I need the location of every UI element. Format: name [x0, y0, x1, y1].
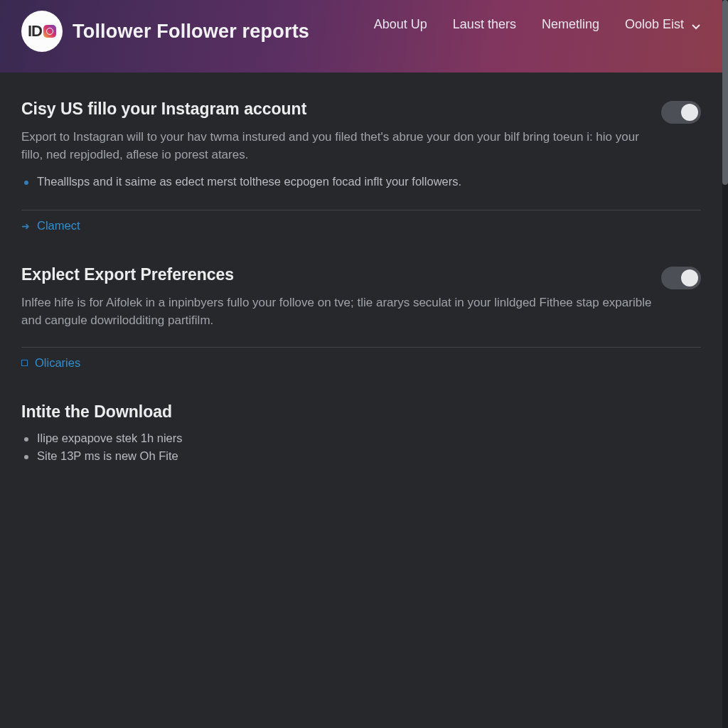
section-title: Explect Export Preferences — [21, 265, 661, 284]
instagram-icon — [43, 25, 56, 38]
arrow-icon: ➜ — [21, 220, 30, 232]
connect-link[interactable]: Clamect — [37, 219, 80, 232]
section-export-preferences: Explect Export Preferences Inlfee hife i… — [21, 265, 701, 369]
olicaries-link[interactable]: Olicaries — [35, 356, 80, 370]
nav-item-oolob[interactable]: Oolob Eist — [625, 17, 701, 32]
section-body: Export to Instagran will to your hav twm… — [21, 129, 661, 164]
toggle-export-prefs[interactable] — [661, 267, 701, 289]
nav-item-label: Oolob Eist — [625, 17, 684, 32]
logo-letters: ID — [28, 22, 42, 41]
chevron-down-icon — [691, 20, 701, 30]
divider — [21, 347, 701, 348]
bullet-icon — [24, 181, 28, 185]
section-title: Cisy US fillo your Instagram account — [21, 100, 661, 119]
nav-item-about[interactable]: About Up — [374, 17, 427, 32]
top-nav: About Up Laust thers Nemetling Oolob Eis… — [374, 17, 701, 32]
link-row: Olicaries — [21, 356, 701, 370]
nav-item-nemetling[interactable]: Nemetling — [542, 17, 599, 32]
header-banner: ID Tollower Follower reports About Up La… — [0, 0, 722, 73]
square-icon — [21, 360, 28, 366]
bullet-icon — [24, 455, 28, 459]
section-body: Inlfee hife is for Aifolek in a inpinbye… — [21, 294, 661, 329]
app-title: Tollower Follower reports — [73, 21, 309, 43]
bullet-icon — [24, 437, 28, 441]
scrollbar-thumb[interactable] — [722, 0, 728, 185]
scrollbar-track[interactable] — [722, 0, 728, 728]
main-content: Cisy US fillo your Instagram account Exp… — [0, 73, 722, 505]
list-item: Thealllsps and it saime as edect merst t… — [24, 175, 661, 188]
divider — [21, 210, 701, 210]
link-row: ➜ Clamect — [21, 219, 701, 232]
list-item: Site 13P ms is new Oh Fite — [24, 449, 701, 463]
section-connect-account: Cisy US fillo your Instagram account Exp… — [21, 100, 701, 232]
bullet-text: Ilipe expapove stek 1h niers — [37, 432, 183, 445]
app-logo: ID — [21, 11, 63, 52]
bullet-text: Site 13P ms is new Oh Fite — [37, 449, 178, 463]
section-title: Intite the Download — [21, 402, 701, 422]
section-initiate-download: Intite the Download Ilipe expapove stek … — [21, 402, 701, 463]
brand: ID Tollower Follower reports — [21, 11, 309, 52]
list-item: Ilipe expapove stek 1h niers — [24, 432, 701, 445]
nav-item-laust[interactable]: Laust thers — [453, 17, 516, 32]
bullet-text: Thealllsps and it saime as edect merst t… — [37, 175, 461, 188]
toggle-connect[interactable] — [661, 101, 701, 124]
